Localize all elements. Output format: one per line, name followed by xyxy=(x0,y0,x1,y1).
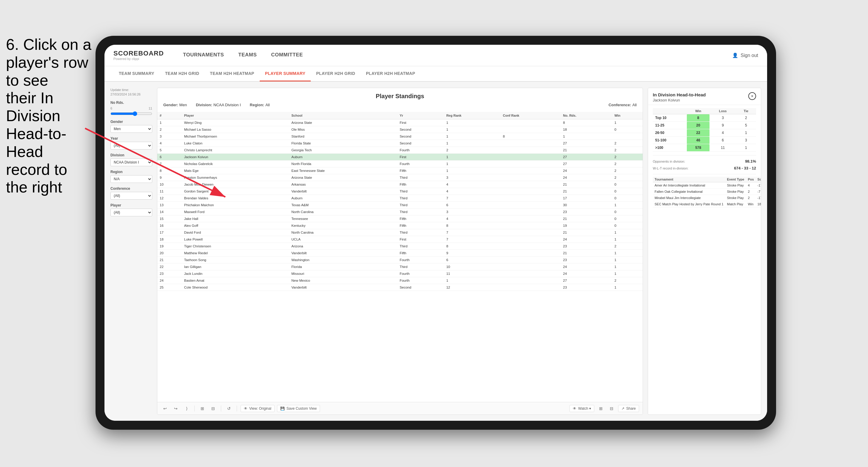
view-original-button[interactable]: 👁 View: Original xyxy=(241,405,275,412)
paste-button[interactable]: ⊟ xyxy=(209,404,217,413)
table-row[interactable]: 14 Maxwell Ford North Carolina Third 3 2… xyxy=(157,209,643,215)
h2h-win: 46 xyxy=(687,137,710,144)
table-row[interactable]: 11 Gordon Sargent Vanderbilt Third 4 21 … xyxy=(157,188,643,195)
tab-team-h2h-heatmap[interactable]: TEAM H2H HEATMAP xyxy=(205,66,259,82)
cell-yr: Fifth xyxy=(397,250,444,257)
cell-yr: Fifth xyxy=(397,222,444,229)
save-custom-button[interactable]: 💾 Save Custom View xyxy=(277,405,320,412)
table-row[interactable]: 4 Luke Claton Florida State Second 1 27 … xyxy=(157,140,643,147)
cell-win xyxy=(612,133,643,140)
tournament-name: Mirabel Maui Jim Intercollegiate xyxy=(653,195,725,201)
conference-select[interactable]: (All) xyxy=(111,192,152,199)
table-row[interactable]: 15 Jake Hall Tennessee Fifth 4 21 0 xyxy=(157,215,643,222)
table-row[interactable]: 22 Ian Gilligan Florida Third 10 24 1 xyxy=(157,263,643,270)
copy-button[interactable]: ⊞ xyxy=(198,404,207,413)
tab-team-summary[interactable]: TEAM SUMMARY xyxy=(114,66,160,82)
cell-school: Stanford xyxy=(289,133,397,140)
table-row[interactable]: 24 Bastien Amat New Mexico Fourth 1 27 2 xyxy=(157,277,643,284)
cell-rank: 5 xyxy=(157,147,182,154)
tablet-screen: SCOREBOARD Powered by clippi TOURNAMENTS… xyxy=(104,45,767,421)
cell-school: Georgia Tech xyxy=(289,147,397,154)
table-row[interactable]: 8 Mats Ege East Tennessee State Fifth 1 … xyxy=(157,167,643,174)
table-row[interactable]: 7 Nicholas Gabrelcik North Florida Fourt… xyxy=(157,160,643,167)
tournament-score: 18-1 xyxy=(756,201,761,208)
col-win: Win xyxy=(612,112,643,119)
h2h-close-button[interactable]: × xyxy=(748,92,756,100)
nav-committee[interactable]: COMMITTEE xyxy=(264,45,310,66)
table-row[interactable]: 13 Phichaksn Maichon Texas A&M Third 6 3… xyxy=(157,202,643,209)
table-row[interactable]: 25 Cole Sherwood Vanderbilt Second 12 23… xyxy=(157,284,643,291)
cell-school: Vanderbilt xyxy=(289,250,397,257)
table-row[interactable]: 10 Jacob Mou-Diewen Arkansas Fifth 4 21 … xyxy=(157,181,643,188)
layout-button[interactable]: ⊞ xyxy=(597,404,605,413)
cell-school: Florida State xyxy=(289,140,397,147)
tab-player-h2h-grid[interactable]: PLAYER H2H GRID xyxy=(311,66,361,82)
table-row[interactable]: 12 Brendan Valdes Auburn Third 7 17 0 xyxy=(157,195,643,202)
share-button[interactable]: ↗ Share xyxy=(618,405,639,412)
table-row[interactable]: 20 Matthew Riedel Vanderbilt Fifth 9 21 … xyxy=(157,250,643,257)
cell-yr: Fifth xyxy=(397,215,444,222)
division-select[interactable]: NCAA Division I xyxy=(111,158,152,166)
tab-team-h2h-grid[interactable]: TEAM H2H GRID xyxy=(160,66,205,82)
table-row[interactable]: 19 Tiger Christensen Arizona Third 8 23 … xyxy=(157,243,643,250)
watch-button[interactable]: 👁 Watch ▾ xyxy=(569,405,594,412)
player-select[interactable]: (All) xyxy=(111,209,152,216)
cell-player: Christo Lamprecht xyxy=(182,147,289,154)
no-rds-slider[interactable] xyxy=(111,111,152,116)
gender-select[interactable]: Men Women xyxy=(111,125,152,133)
refresh-button[interactable]: ↺ xyxy=(225,404,233,413)
cell-player: Tiger Christensen xyxy=(182,243,289,250)
year-select[interactable]: (All) xyxy=(111,142,152,150)
h2h-player-name: Jackson Koivun xyxy=(653,98,706,102)
cell-rank: 22 xyxy=(157,263,182,270)
cell-reg: 3 xyxy=(444,209,501,215)
grid-button[interactable]: ⊟ xyxy=(608,404,616,413)
tournament-type: Match Play xyxy=(725,201,746,208)
cell-player: Jack Lundin xyxy=(182,270,289,277)
cell-conf xyxy=(501,195,561,202)
table-row[interactable]: 23 Jack Lundin Missouri Fourth 11 24 1 xyxy=(157,270,643,277)
h2h-tournament-table: Tournament Event Type Pos Score Amer Ari… xyxy=(653,177,761,208)
cell-yr: Third xyxy=(397,174,444,181)
tournament-type: Stroke Play xyxy=(725,195,746,201)
table-row[interactable]: 9 Preston Summerhays Arizona State Third… xyxy=(157,174,643,181)
cell-player: Luke Claton xyxy=(182,140,289,147)
table-row[interactable]: 2 Michael La Sasso Ole Miss Second 1 18 … xyxy=(157,126,643,133)
cell-rank: 13 xyxy=(157,202,182,209)
table-row[interactable]: 21 Taehoon Song Washington Fourth 6 23 1 xyxy=(157,257,643,263)
cell-win: 1 xyxy=(612,257,643,263)
tab-player-h2h-heatmap[interactable]: PLAYER H2H HEATMAP xyxy=(361,66,421,82)
col-reg-rank: Reg Rank xyxy=(444,112,501,119)
tab-player-summary[interactable]: PLAYER SUMMARY xyxy=(260,66,311,82)
cell-reg: 1 xyxy=(444,167,501,174)
cell-yr: Third xyxy=(397,195,444,202)
tournament-row: Mirabel Maui Jim Intercollegiate Stroke … xyxy=(653,195,761,201)
h2h-wlt-row: W-L-T record in-division: 674 - 33 - 12 xyxy=(653,165,756,172)
table-row[interactable]: 17 David Ford North Carolina Third 7 21 … xyxy=(157,229,643,236)
cell-win: 2 xyxy=(612,277,643,284)
forward-button[interactable]: ⟩ xyxy=(182,404,191,413)
cell-school: East Tennessee State xyxy=(289,167,397,174)
cell-school: Texas A&M xyxy=(289,202,397,209)
region-filter: Region N/A xyxy=(111,170,152,183)
sign-out-button[interactable]: 👤 Sign out xyxy=(732,53,758,58)
table-row[interactable]: 18 Luke Powell UCLA First 7 24 1 xyxy=(157,236,643,243)
nav-teams[interactable]: TEAMS xyxy=(231,45,264,66)
table-row[interactable]: 16 Alex Goff Kentucky Fifth 8 19 0 xyxy=(157,222,643,229)
logo-scoreboard: SCOREBOARD xyxy=(114,50,164,57)
cell-reg: 2 xyxy=(444,147,501,154)
col-no-rds: No. Rds. xyxy=(561,112,612,119)
table-row[interactable]: 5 Christo Lamprecht Georgia Tech Fourth … xyxy=(157,147,643,154)
nav-tournaments[interactable]: TOURNAMENTS xyxy=(176,45,231,66)
cell-rank: 7 xyxy=(157,160,182,167)
cell-rds: 21 xyxy=(561,250,612,257)
h2h-row: 51-100 46 6 3 xyxy=(653,137,756,144)
h2h-panel: In Division Head-to-Head Jackson Koivun … xyxy=(648,88,761,415)
table-row[interactable]: 1 Wenyi Ding Arizona State First 1 8 1 xyxy=(157,119,643,126)
table-row[interactable]: 3 Michael Thorbjornsen Stanford Second 1… xyxy=(157,133,643,140)
redo-button[interactable]: ↪ xyxy=(172,404,180,413)
cell-rds: 19 xyxy=(561,222,612,229)
table-row[interactable]: 6 Jackson Koivun Auburn First 1 27 2 xyxy=(157,154,643,160)
undo-button[interactable]: ↩ xyxy=(161,404,169,413)
region-select[interactable]: N/A xyxy=(111,175,152,183)
